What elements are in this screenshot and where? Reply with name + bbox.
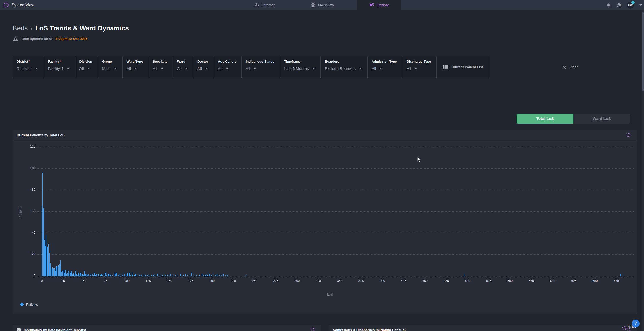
histogram-bar[interactable] — [88, 274, 89, 276]
histogram-bar[interactable] — [122, 274, 122, 276]
filter-district[interactable]: District*District 1 — [13, 56, 44, 78]
histogram-bar[interactable] — [147, 275, 148, 276]
histogram-bar[interactable] — [130, 275, 131, 276]
histogram-bar[interactable] — [75, 271, 76, 276]
histogram-bar[interactable] — [157, 274, 158, 276]
histogram-bar[interactable] — [59, 264, 60, 276]
clear-filters-button[interactable]: Clear — [562, 56, 578, 78]
histogram-bar[interactable] — [80, 273, 81, 276]
filter-boarders[interactable]: BoardersExclude Boarders — [321, 56, 368, 78]
histogram-bar[interactable] — [194, 275, 195, 276]
histogram-bar[interactable] — [70, 273, 71, 276]
histogram-bar[interactable] — [206, 275, 207, 276]
histogram-bar[interactable] — [100, 275, 101, 276]
filter-timeframe[interactable]: TimeframeLast 6 Months — [280, 56, 320, 78]
account-menu-chevron-down-icon[interactable] — [639, 4, 642, 6]
histogram-bar[interactable] — [85, 274, 86, 276]
chart-legend[interactable]: Patients — [20, 303, 38, 306]
filter-value[interactable]: All — [127, 66, 143, 71]
histogram-bar[interactable] — [51, 267, 52, 276]
filter-ward[interactable]: WardAll — [173, 56, 193, 78]
histogram-bar[interactable] — [94, 273, 95, 276]
filter-value[interactable]: All — [153, 66, 167, 71]
histogram-bar[interactable] — [64, 273, 65, 276]
histogram-bar[interactable] — [82, 274, 83, 276]
histogram-bar[interactable] — [620, 274, 621, 276]
filter-value[interactable]: Last 6 Months — [284, 66, 315, 71]
histogram-bar[interactable] — [219, 275, 220, 276]
filter-doctor[interactable]: DoctorAll — [193, 56, 214, 78]
histogram-bar[interactable] — [47, 247, 48, 276]
histogram-bar[interactable] — [211, 275, 212, 276]
histogram-bar[interactable] — [126, 275, 127, 276]
histogram-bar[interactable] — [227, 275, 228, 276]
histogram-bar[interactable] — [115, 273, 115, 276]
histogram-bar[interactable] — [69, 274, 69, 276]
histogram-bar[interactable] — [141, 275, 142, 276]
histogram-bar[interactable] — [73, 273, 74, 276]
histogram-bar[interactable] — [54, 268, 55, 276]
histogram-bar[interactable] — [127, 274, 127, 276]
histogram-bar[interactable] — [110, 274, 110, 276]
histogram-bar[interactable] — [127, 273, 128, 276]
filter-division[interactable]: DivisionAll — [75, 56, 98, 78]
info-icon[interactable]: i — [17, 328, 21, 331]
histogram-bar[interactable] — [145, 275, 146, 276]
histogram-bar[interactable] — [124, 274, 125, 276]
histogram-bar[interactable] — [55, 271, 56, 276]
histogram-bar[interactable] — [209, 274, 210, 276]
filter-indigenous-status[interactable]: Indigenous StatusAll — [242, 56, 280, 78]
histogram-bar[interactable] — [185, 274, 186, 276]
histogram-bar[interactable] — [217, 274, 217, 276]
histogram-bar[interactable] — [153, 275, 154, 276]
filter-value[interactable]: All — [407, 66, 431, 71]
histogram-bar[interactable] — [215, 275, 216, 276]
histogram-bar[interactable] — [119, 274, 120, 276]
histogram-bar[interactable] — [64, 270, 64, 276]
filter-value[interactable]: All — [218, 66, 236, 71]
histogram-bar[interactable] — [207, 275, 208, 276]
histogram-bar[interactable] — [183, 275, 184, 276]
histogram-bar[interactable] — [116, 273, 117, 276]
histogram-bar[interactable] — [151, 275, 152, 276]
filter-specialty[interactable]: SpecialtyAll — [149, 56, 173, 78]
filter-value[interactable]: All — [246, 66, 274, 71]
histogram-bar[interactable] — [132, 275, 133, 276]
histogram-bar[interactable] — [213, 275, 213, 276]
histogram-bar[interactable] — [223, 274, 224, 276]
histogram-bar[interactable] — [180, 274, 181, 276]
filter-ward-type[interactable]: Ward TypeAll — [123, 56, 149, 78]
histogram-bar[interactable] — [50, 263, 51, 276]
histogram-bar[interactable] — [62, 271, 63, 276]
filter-value[interactable]: All — [177, 66, 188, 71]
histogram-bar[interactable] — [203, 275, 204, 276]
histogram-bar[interactable] — [67, 273, 68, 276]
histogram-bar[interactable] — [80, 274, 80, 276]
notifications-bell-icon[interactable] — [606, 3, 611, 8]
histogram-bar[interactable] — [78, 273, 79, 276]
histogram-bar[interactable] — [74, 275, 74, 276]
histogram-bar[interactable] — [178, 275, 178, 276]
nav-tab-overview[interactable]: OverView — [305, 0, 339, 10]
histogram-bar[interactable] — [196, 275, 197, 276]
histogram-bar[interactable] — [66, 274, 67, 276]
histogram-bar[interactable] — [87, 274, 87, 276]
mentions-at-icon[interactable]: @ — [616, 2, 621, 8]
histogram-bar[interactable] — [58, 266, 58, 276]
histogram-bar[interactable] — [149, 275, 149, 276]
histogram-bar[interactable] — [90, 275, 91, 276]
histogram-bar[interactable] — [205, 275, 206, 276]
histogram-bar[interactable] — [61, 272, 62, 276]
toggle-ward-los[interactable]: Ward LoS — [573, 114, 630, 124]
histogram-bar[interactable] — [43, 208, 44, 276]
nav-tab-explore[interactable]: Explore — [357, 0, 401, 10]
histogram-bar[interactable] — [464, 274, 465, 276]
histogram-bar[interactable] — [42, 206, 42, 276]
toggle-total-los[interactable]: Total LoS — [517, 114, 573, 124]
histogram-bar[interactable] — [102, 275, 103, 276]
histogram-bar[interactable] — [110, 275, 111, 276]
histogram-bar[interactable] — [98, 274, 99, 276]
current-patient-list-button[interactable]: Current Patient List — [437, 56, 490, 78]
filter-facility[interactable]: Facility*Facility 1 — [44, 56, 75, 78]
help-button[interactable]: ? — [632, 320, 640, 327]
